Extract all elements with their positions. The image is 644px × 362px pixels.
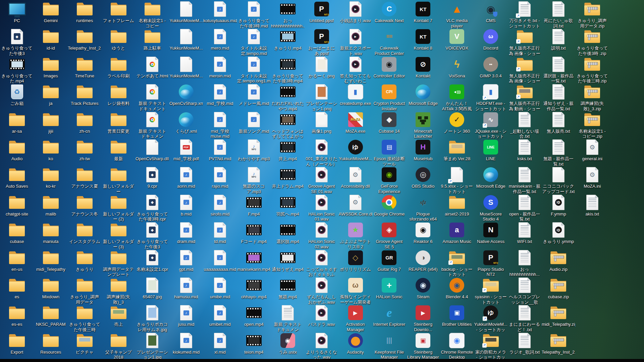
- desktop-icon[interactable]: ◇ポリリリリズム: [339, 249, 372, 272]
- desktop-icon[interactable]: zh-tw: [68, 139, 101, 162]
- desktop-icon[interactable]: テンポあて.html: [136, 56, 169, 79]
- desktop-icon[interactable]: jijii: [35, 111, 67, 134]
- desktop-icon[interactable]: eInternet Explorer: [373, 304, 406, 327]
- desktop-icon[interactable]: きゅうり食ってた午後3時 .zip: [576, 28, 608, 56]
- desktop-icon[interactable]: ⚙Accessibility.dll: [339, 166, 372, 189]
- desktop-icon[interactable]: ♪タイトル未設定.tempo.ong1.mid: [237, 56, 270, 84]
- desktop-icon[interactable]: ♪umibe.mid: [204, 277, 236, 300]
- desktop-icon[interactable]: 新しいフォルダー: [102, 166, 135, 194]
- desktop-icon[interactable]: ◎OBS Studio: [407, 166, 439, 189]
- desktop-icon[interactable]: Export: [1, 332, 33, 355]
- desktop-icon[interactable]: ♪xl.mid: [204, 332, 236, 355]
- desktop-wallpaper[interactable]: PC◆きゅうり食ってた午後3時-01.cprきゅうり食ってた.mp4♻ごみ箱ar…: [0, 0, 644, 362]
- desktop-icon[interactable]: おっhhhhhhhhhhh...: [508, 249, 541, 277]
- desktop-icon[interactable]: _起動しない場合.txt: [508, 111, 541, 139]
- desktop-icon[interactable]: ♪kotusytuaaus.mid: [204, 1, 236, 23]
- desktop-icon[interactable]: きゅうり.mp4: [271, 28, 304, 51]
- desktop-icon[interactable]: Microsoft Edge: [407, 83, 439, 106]
- desktop-icon[interactable]: ♪タイトル未設定.tempo.mid: [237, 28, 270, 56]
- desktop-icon[interactable]: cubase: [1, 222, 33, 244]
- desktop-icon[interactable]: ▮↗HDDFMT.exe - ショートカット: [475, 83, 507, 111]
- desktop-icon[interactable]: id-id: [35, 28, 67, 51]
- desktop-icon[interactable]: 無題 - 親作品一覧.txt: [542, 139, 575, 167]
- desktop-icon[interactable]: ▣Brother Utilities: [441, 304, 473, 327]
- desktop-icon[interactable]: ▤Epson 接続診断ツール: [373, 139, 406, 167]
- desktop-icon[interactable]: インスタグラム: [68, 222, 101, 244]
- desktop-icon[interactable]: ◆きゅうり食ってた午後3時-01.cpr: [1, 28, 33, 57]
- desktop-icon[interactable]: Minecraft Launcher: [407, 111, 439, 139]
- desktop-icon[interactable]: akis.txt: [576, 194, 608, 217]
- desktop-icon[interactable]: 井上.mp4: [271, 139, 304, 162]
- desktop-icon[interactable]: アナウンス夏: [68, 166, 101, 189]
- desktop-icon[interactable]: CPICrypton Product Installer: [373, 83, 406, 111]
- desktop-icon[interactable]: Audio: [1, 139, 33, 162]
- desktop-icon[interactable]: ヘルスコンプレッション__歌詞.txt: [508, 277, 541, 305]
- desktop-icon[interactable]: ••GIMP 3.0.4: [475, 56, 507, 79]
- desktop-icon[interactable]: NNative Access: [475, 222, 507, 244]
- desktop-icon[interactable]: きゅうり_調声用データ.zip: [576, 1, 608, 28]
- desktop-icon[interactable]: YukkuriMovieM...: [170, 28, 203, 51]
- desktop-icon[interactable]: 通知うぜえ.mp4: [271, 249, 304, 272]
- desktop-icon[interactable]: Audacity: [339, 332, 372, 355]
- desktop-icon[interactable]: ♪dram.mid: [170, 222, 203, 244]
- desktop-icon[interactable]: WIFI.txt: [508, 222, 541, 244]
- desktop-icon[interactable]: chatgpt-site: [1, 194, 33, 217]
- desktop-icon[interactable]: ⚙MoZA.ini: [576, 166, 608, 189]
- desktop-icon[interactable]: Mixdown: [35, 277, 67, 300]
- desktop-icon[interactable]: maniuta: [35, 222, 67, 244]
- desktop-icon[interactable]: ▲VLC media player: [441, 1, 473, 28]
- desktop-icon[interactable]: ◉GeForce Experience: [373, 166, 406, 194]
- desktop-icon[interactable]: きゅうり食ってた午後三時.zip: [576, 56, 608, 84]
- desktop-icon[interactable]: ▶Steinberg Downlo...: [407, 304, 439, 332]
- desktop-icon[interactable]: ♪umibet.mid: [204, 304, 236, 327]
- desktop-icon[interactable]: ▶よりうるさくなった.wav: [305, 332, 338, 360]
- desktop-icon[interactable]: きゅうりポカコレ用サムネ.jpg: [136, 304, 169, 332]
- desktop-icon[interactable]: sfzPlogue sforzando x64: [407, 194, 439, 222]
- desktop-icon[interactable]: es: [1, 277, 33, 300]
- desktop-icon[interactable]: ↗無人販売不正行為 画像 - ショートカッ...: [508, 28, 541, 57]
- desktop-icon[interactable]: ◉Controller Editor: [373, 56, 406, 79]
- desktop-icon[interactable]: ◄)))かんたん！ AITalk 3 関西風: [441, 83, 473, 111]
- desktop-icon[interactable]: ♪gpt.mid: [170, 249, 203, 272]
- desktop-icon[interactable]: ⚙AWSSDK.Core.dll: [339, 194, 372, 217]
- desktop-icon[interactable]: ◉Chrome Remote Desktop: [441, 332, 473, 360]
- desktop-icon[interactable]: malib: [35, 194, 67, 217]
- desktop-icon[interactable]: ωDiscord: [475, 28, 507, 51]
- desktop-icon[interactable]: きゅうり食ってた.mp4: [1, 56, 33, 84]
- desktop-icon[interactable]: PNT2Untitled.ppsf: [305, 1, 338, 23]
- desktop-icon[interactable]: ♪td.mid: [204, 222, 236, 244]
- desktop-icon[interactable]: ▶HALion Sonic 01.wav: [305, 194, 338, 222]
- desktop-icon[interactable]: ◆きゅうり食ってた午後3時-02.cpr: [136, 222, 169, 250]
- desktop-icon[interactable]: 父子キャンプ2018: [102, 332, 135, 360]
- desktop-icon[interactable]: 新しいフォルダー (3): [102, 222, 135, 249]
- desktop-icon[interactable]: Gemini: [35, 1, 67, 23]
- desktop-icon[interactable]: 売上: [102, 304, 135, 327]
- desktop-icon[interactable]: 画像1.png: [305, 111, 338, 134]
- desktop-icon[interactable]: 無題.mp4: [271, 277, 304, 300]
- desktop-icon[interactable]: ★ぷよぷよ™テトリス® 2: [339, 222, 372, 249]
- desktop-icon[interactable]: ♪mid_学校muse.mid: [204, 111, 236, 139]
- desktop-icon[interactable]: OpenCvSharp.dll...: [136, 139, 169, 162]
- desktop-icon[interactable]: ♪mid_学校.mid: [204, 83, 236, 106]
- desktop-icon[interactable]: YukkuriMovieM...: [170, 56, 203, 79]
- desktop-icon[interactable]: 調声練習(失敗)_3: [102, 277, 135, 305]
- desktop-icon[interactable]: ♪aorin.mid: [170, 166, 203, 189]
- desktop-icon[interactable]: 新規 テキスト ドキュメント.musicxml: [271, 304, 304, 333]
- desktop-icon[interactable]: プレゼンテーション1.jpg: [136, 332, 169, 360]
- desktop-icon[interactable]: ↗無人販売不正行為 動画 - ショートカット: [508, 83, 541, 112]
- desktop-icon[interactable]: ◆9.cpr: [136, 166, 169, 189]
- desktop-icon[interactable]: ↗家の防犯カメラ - ショートカット: [475, 332, 507, 361]
- desktop-icon[interactable]: es-es: [1, 304, 33, 327]
- desktop-icon[interactable]: ja: [35, 83, 67, 106]
- desktop-icon[interactable]: HMuseHub: [407, 139, 439, 162]
- desktop-icon[interactable]: +HALion Sonic: [373, 277, 406, 300]
- desktop-icon[interactable]: open.mp4: [237, 304, 270, 327]
- desktop-icon[interactable]: ♪rajio.mid: [204, 166, 236, 189]
- desktop-icon[interactable]: airset2-2019: [441, 194, 473, 217]
- desktop-icon[interactable]: Auto Saves: [1, 166, 33, 189]
- desktop-icon[interactable]: ◆きゅうり食ってた午後3時.cpr: [136, 194, 169, 222]
- desktop-icon[interactable]: ◑REAPER (x64): [407, 249, 439, 272]
- desktop-icon[interactable]: ♪kiokumed.mid: [170, 332, 203, 355]
- desktop-icon[interactable]: ▶答え知っててもむずいわこれ.wav: [339, 56, 372, 84]
- desktop-icon[interactable]: manisekarin.mp4: [237, 249, 270, 272]
